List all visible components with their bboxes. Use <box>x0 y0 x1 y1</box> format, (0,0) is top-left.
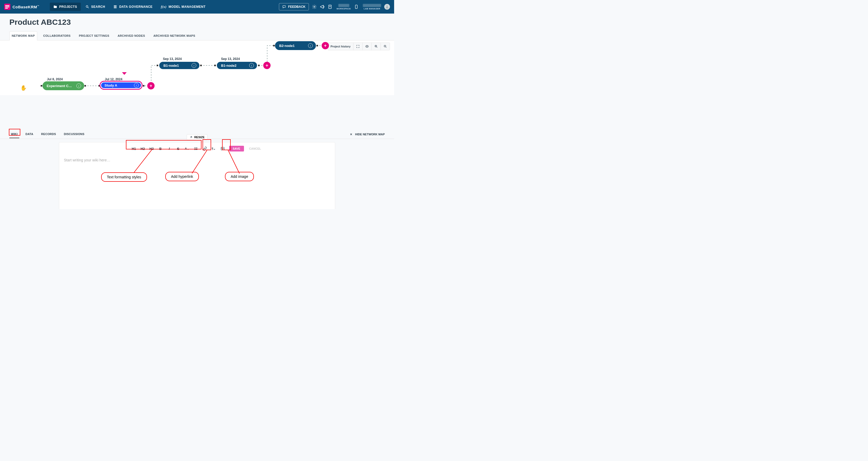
visibility-button[interactable] <box>363 43 372 50</box>
device-icon[interactable] <box>354 4 359 9</box>
node-handle[interactable] <box>200 65 202 66</box>
wiki-editor: H1 H2 H3 B I S A⌄ ¶⌄ SAVE CANCEL Start w… <box>59 142 335 209</box>
tab-collaborators[interactable]: COLLABORATORS <box>41 31 73 40</box>
workspace-selector[interactable]: WORKSPACE <box>337 4 351 10</box>
add-node-button[interactable]: + <box>263 62 271 69</box>
h3-button[interactable]: H3 <box>147 145 156 152</box>
node-handle[interactable] <box>258 65 259 66</box>
fullscreen-button[interactable] <box>353 43 363 50</box>
wiki-textarea[interactable]: Start writing your wiki here… <box>59 155 335 165</box>
tab-data[interactable]: DATA <box>24 130 35 138</box>
nav-search[interactable]: SEARCH <box>82 3 109 11</box>
info-icon[interactable]: i <box>249 63 254 68</box>
node-date-b1n2: Sep 13, 2024 <box>221 57 240 61</box>
node-handle[interactable] <box>85 85 86 87</box>
node-date-b1n1: Sep 13, 2024 <box>163 57 182 61</box>
svg-line-26 <box>386 47 386 48</box>
logo[interactable]: CoBaseKRM™ <box>4 4 39 10</box>
svg-point-14 <box>386 5 388 7</box>
settings-icon[interactable] <box>312 4 317 9</box>
strikethrough-button[interactable]: S <box>174 145 183 152</box>
svg-point-20 <box>367 46 368 47</box>
lab-selector[interactable]: LAB MANAGER <box>363 4 381 10</box>
zoom-out-button[interactable] <box>381 43 390 50</box>
svg-rect-7 <box>114 7 117 8</box>
zoom-in-button[interactable] <box>372 43 381 50</box>
page-title-area: Product ABC123 <box>0 13 394 29</box>
image-button[interactable] <box>218 145 227 152</box>
network-map-canvas[interactable]: Project history Jul 8, 2024 Jul 12, 2024… <box>0 40 394 95</box>
list-button[interactable] <box>192 145 200 152</box>
node-detail-tabs: WIKI DATA RECORDS DISCUSSIONS RESIZE HID… <box>0 130 394 139</box>
svg-point-33 <box>194 149 195 150</box>
info-icon[interactable]: i <box>192 63 196 68</box>
save-button[interactable]: SAVE <box>229 146 244 152</box>
hide-network-map-button[interactable]: HIDE NETWORK MAP <box>349 132 385 136</box>
resize-icon <box>189 135 193 139</box>
node-date-study: Jul 12, 2024 <box>105 78 122 81</box>
info-icon[interactable]: i <box>76 84 81 88</box>
primary-nav: PROJECTS SEARCH DATA GOVERNANCE f(x) MOD… <box>50 3 209 11</box>
search-icon <box>86 5 89 9</box>
zoom-in-icon <box>374 44 378 48</box>
project-history-button[interactable]: Project history <box>328 43 353 50</box>
node-b2-node1[interactable]: B2-node1i <box>275 41 316 50</box>
tab-wiki[interactable]: WIKI <box>9 130 19 138</box>
wiki-editor-area: H1 H2 H3 B I S A⌄ ¶⌄ SAVE CANCEL Start w… <box>0 139 394 209</box>
fx-icon: f(x) <box>161 5 166 9</box>
node-handle[interactable] <box>143 85 145 87</box>
paragraph-button[interactable]: ¶⌄ <box>209 145 218 152</box>
node-handle[interactable] <box>316 45 318 47</box>
add-node-button[interactable]: + <box>147 82 155 89</box>
h1-button[interactable]: H1 <box>129 145 138 152</box>
tab-network-map[interactable]: NETWORK MAP <box>9 31 37 40</box>
tab-project-settings[interactable]: PROJECT SETTINGS <box>76 31 112 40</box>
node-study-a[interactable]: Study Ai <box>100 81 143 90</box>
announcement-icon[interactable] <box>320 4 324 9</box>
tab-archived-maps[interactable]: ARCHIVED NETWORK MAPS <box>151 31 197 40</box>
cancel-button[interactable]: CANCEL <box>246 146 265 152</box>
svg-point-9 <box>314 6 315 7</box>
nav-models[interactable]: f(x) MODEL MANAGEMENT <box>157 3 209 11</box>
tab-archived-nodes[interactable]: ARCHIVED NODES <box>115 31 147 40</box>
node-experiment[interactable]: Experiment C…i <box>42 81 84 90</box>
comment-icon <box>282 5 286 9</box>
node-date-experiment: Jul 8, 2024 <box>47 78 63 81</box>
feedback-button[interactable]: FEEDBACK <box>279 3 309 10</box>
font-button[interactable]: A⌄ <box>183 145 192 152</box>
h2-button[interactable]: H2 <box>138 145 147 152</box>
fullscreen-icon <box>356 44 360 48</box>
book-icon[interactable] <box>328 4 332 9</box>
svg-rect-8 <box>283 5 286 7</box>
selection-marker-icon <box>122 72 127 75</box>
svg-rect-13 <box>355 5 358 9</box>
layers-icon <box>114 5 117 9</box>
node-handle[interactable] <box>214 65 216 66</box>
bold-button[interactable]: B <box>156 145 165 152</box>
info-icon[interactable]: i <box>308 43 313 48</box>
zoom-out-icon <box>383 44 387 48</box>
link-button[interactable] <box>200 145 209 152</box>
user-avatar[interactable] <box>384 4 390 10</box>
folder-icon <box>54 5 57 9</box>
svg-rect-6 <box>114 6 117 7</box>
image-icon <box>220 147 225 151</box>
grab-cursor-icon: ✋ <box>20 85 27 91</box>
person-icon <box>385 5 389 9</box>
italic-button[interactable]: I <box>165 145 174 152</box>
nav-governance[interactable]: DATA GOVERNANCE <box>110 3 156 11</box>
svg-point-31 <box>194 147 195 148</box>
info-icon[interactable]: i <box>134 83 139 88</box>
node-b1-node2[interactable]: B1-node2i <box>216 61 258 70</box>
node-handle[interactable] <box>41 85 42 87</box>
node-b1-node1[interactable]: B1-node1i <box>158 61 200 70</box>
tab-discussions[interactable]: DISCUSSIONS <box>62 130 86 138</box>
tab-records[interactable]: RECORDS <box>40 130 58 138</box>
node-handle[interactable] <box>273 45 275 47</box>
nav-projects[interactable]: PROJECTS <box>50 3 81 11</box>
add-node-button[interactable]: + <box>322 42 329 49</box>
node-handle[interactable] <box>157 65 158 66</box>
svg-point-3 <box>86 5 88 7</box>
page-title: Product ABC123 <box>9 18 385 27</box>
svg-point-35 <box>222 148 222 149</box>
